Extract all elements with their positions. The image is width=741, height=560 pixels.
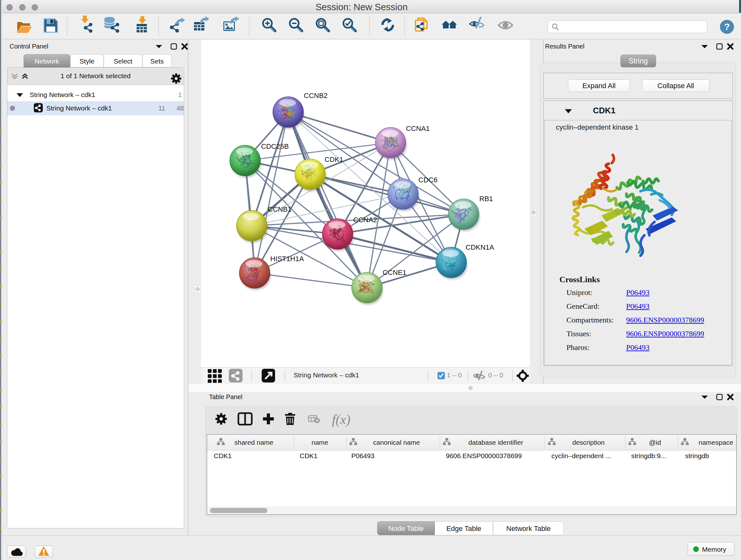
svg-text:f(x): f(x) xyxy=(332,412,350,427)
svg-text:CCNB1: CCNB1 xyxy=(268,205,292,213)
svg-text:CCNE1: CCNE1 xyxy=(383,268,407,276)
svg-text:CDC25B: CDC25B xyxy=(261,142,289,150)
svg-text:CDK1: CDK1 xyxy=(325,155,343,164)
svg-text:CCNA2: CCNA2 xyxy=(353,216,377,224)
svg-text:HIST1H1A: HIST1H1A xyxy=(270,255,304,263)
svg-text:CDKN1A: CDKN1A xyxy=(466,243,494,251)
svg-text:CCNB2: CCNB2 xyxy=(304,91,328,100)
svg-text:RB1: RB1 xyxy=(479,195,493,203)
svg-text:CDC6: CDC6 xyxy=(418,176,437,184)
svg-text:CCNA1: CCNA1 xyxy=(406,125,430,132)
